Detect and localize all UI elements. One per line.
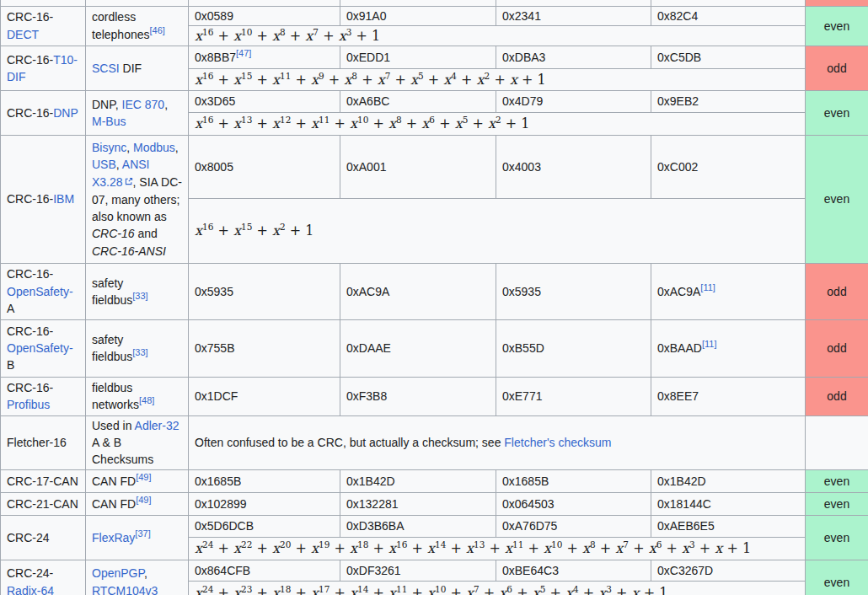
hex-value-cell: 0x5935 <box>189 263 340 319</box>
uses-cell: cordless telephones[46] <box>86 6 189 46</box>
text: CRC-16- <box>7 10 53 24</box>
hex-value-cell: 0x9EB2 <box>651 90 806 112</box>
wiki-link[interactable]: OpenSafety- <box>7 285 73 298</box>
text: 0x8005 <box>195 160 233 174</box>
hex-value-cell: 0x8005 <box>189 135 340 198</box>
wiki-link[interactable]: OpenPGP <box>92 566 144 580</box>
reference-link[interactable]: [47] <box>236 48 251 58</box>
wiki-link[interactable]: Fletcher's checksum <box>504 436 611 449</box>
reference-link[interactable]: [11] <box>702 339 717 349</box>
parity-cell: odd <box>806 46 868 90</box>
wiki-link[interactable]: DNP <box>53 106 78 120</box>
text: DIF <box>120 62 142 75</box>
wiki-link[interactable]: Bisync <box>92 141 126 154</box>
hex-value-cell: 0x91A0 <box>340 6 496 25</box>
text: CRC-16- <box>7 106 53 120</box>
parity-cell: odd <box>806 377 868 415</box>
hex-value-cell: 0x1B42D <box>340 469 496 492</box>
crc-name-cell: CRC-16-DECT <box>1 6 86 46</box>
wiki-link[interactable]: Profibus <box>7 398 50 411</box>
uses-cell: SCSI DIF <box>86 46 189 90</box>
wiki-link[interactable]: RTCM104v3 <box>92 584 158 595</box>
text: 0x8EE7 <box>657 389 699 403</box>
text: 0xEDD1 <box>346 51 390 64</box>
wiki-link[interactable]: Radix-64 <box>7 584 54 595</box>
parity-label: even <box>824 192 849 206</box>
italic-text: CRC-16-ANSI <box>92 244 166 258</box>
hex-value-cell: 0x1B42D <box>651 469 806 492</box>
text: , <box>116 158 122 171</box>
hex-value-cell: 0x8EE7 <box>651 377 806 415</box>
text: 0xAEB6E5 <box>657 519 715 533</box>
text: 0xC5DB <box>657 51 701 64</box>
table-row: CRC-16-OpenSafety-Bsafety fieldbus[33]0x… <box>1 319 868 377</box>
wiki-link[interactable]: OpenSafety- <box>7 341 73 355</box>
text: 0xAC9A <box>346 285 389 298</box>
parity-label: even <box>824 531 849 544</box>
hex-value-cell: 0x8BB7[47] <box>189 46 340 68</box>
text: CAN FD <box>92 497 136 511</box>
wiki-link[interactable]: IEC 870 <box>122 98 165 111</box>
reference-link[interactable]: [11] <box>700 282 715 292</box>
parity-cell: even <box>806 469 868 492</box>
text: 0xD3B6BA <box>346 519 404 533</box>
reference-link[interactable]: [37] <box>135 528 150 539</box>
table-cell <box>651 0 806 6</box>
text: 0x1685B <box>502 474 549 488</box>
wiki-link[interactable]: ANSI <box>122 158 150 171</box>
text: A <box>7 302 14 315</box>
reference-link[interactable]: [49] <box>136 495 151 505</box>
hex-value-cell: 0xDAAE <box>340 319 496 377</box>
reference-link[interactable]: [33] <box>132 348 147 358</box>
text: safety fieldbus <box>92 276 132 307</box>
text: 0x0589 <box>195 9 233 23</box>
text: 0xE771 <box>502 389 542 403</box>
wiki-link[interactable]: SCSI <box>92 62 120 75</box>
polynomial-cell: x16 + x13 + x12 + x11 + x10 + x8 + x6 + … <box>189 112 806 135</box>
hex-value-cell: 0x82C4 <box>651 6 806 25</box>
hex-value-cell: 0xDBA3 <box>496 46 651 68</box>
uses-cell: safety fieldbus[33] <box>86 263 189 319</box>
hex-value-cell: 0x1685B <box>496 469 651 492</box>
reference-link[interactable]: [33] <box>132 291 147 301</box>
text: 0xF3B8 <box>346 389 387 403</box>
reference-sup: [11] <box>702 339 717 349</box>
reference-link[interactable]: [46] <box>150 25 165 35</box>
wiki-link[interactable]: Adler-32 <box>135 419 179 432</box>
reference-link[interactable]: [48] <box>139 396 154 406</box>
hex-value-cell: 0x2341 <box>496 6 651 25</box>
wiki-link[interactable]: M-Bus <box>92 115 126 128</box>
hex-value-cell: 0x5D6DCB <box>189 515 340 537</box>
text: 0xDBA3 <box>502 51 545 64</box>
text: , <box>144 566 147 580</box>
external-link[interactable]: X3.28 <box>92 175 123 189</box>
parity-label: even <box>824 576 849 589</box>
parity-cell: even <box>806 6 868 46</box>
reference-sup: [33] <box>132 348 147 358</box>
wiki-link[interactable]: USB <box>92 158 116 171</box>
reference-sup: [37] <box>135 528 150 539</box>
reference-link[interactable]: [49] <box>136 472 151 482</box>
hex-value-cell: 0xBE64C3 <box>496 560 651 581</box>
wiki-link[interactable]: Modbus <box>133 141 175 154</box>
wiki-link[interactable]: IBM <box>53 192 74 206</box>
table-row: CRC-17-CANCAN FD[49]0x1685B0x1B42D0x1685… <box>1 469 868 492</box>
text: 0xAC9A <box>657 285 700 298</box>
text: 0x1DCF <box>195 389 238 403</box>
text: 0x2341 <box>502 9 541 23</box>
reference-sup: [47] <box>236 48 251 58</box>
table-row: Fletcher-16Used in Adler-32 A & B Checks… <box>1 415 868 469</box>
text: Fletcher-16 <box>7 436 67 449</box>
wiki-link[interactable]: DECT <box>7 28 39 41</box>
wiki-link[interactable]: FlexRay <box>92 531 135 544</box>
hex-value-cell: 0xDF3261 <box>340 560 496 581</box>
hex-value-cell: 0x1685B <box>189 469 340 492</box>
text: 0xA6BC <box>346 94 389 108</box>
reference-sup: [33] <box>132 291 147 301</box>
text: cordless telephones <box>92 10 150 40</box>
polynomial-math: x24 + x23 + x18 + x17 + x14 + x11 + x10 … <box>195 585 667 595</box>
crc-name-cell: CRC-24-Radix-64 <box>1 560 86 595</box>
text: Used in <box>92 419 135 432</box>
table-row: CRC-16-DNPDNP, IEC 870, M-Bus0x3D650xA6B… <box>1 90 868 112</box>
text: Often confused to be a CRC, but actually… <box>195 436 504 449</box>
